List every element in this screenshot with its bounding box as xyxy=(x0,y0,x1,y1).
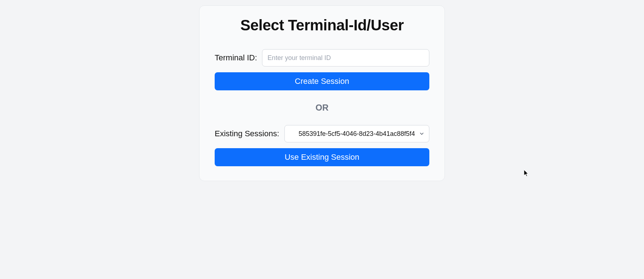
existing-sessions-select[interactable]: 585391fe-5cf5-4046-8d23-4b41ac88f5f4 xyxy=(284,125,429,142)
or-separator: OR xyxy=(215,103,429,113)
terminal-id-label: Terminal ID: xyxy=(215,53,257,63)
terminal-id-input[interactable] xyxy=(262,49,429,66)
page-title: Select Terminal-Id/User xyxy=(215,17,429,34)
use-existing-session-button[interactable]: Use Existing Session xyxy=(215,148,429,166)
existing-sessions-label: Existing Sessions: xyxy=(215,129,279,138)
create-session-button[interactable]: Create Session xyxy=(215,72,429,90)
session-select-card: Select Terminal-Id/User Terminal ID: Cre… xyxy=(199,5,445,181)
existing-sessions-row: Existing Sessions: 585391fe-5cf5-4046-8d… xyxy=(215,125,429,142)
cursor-icon xyxy=(524,170,529,177)
terminal-id-row: Terminal ID: xyxy=(215,49,429,66)
